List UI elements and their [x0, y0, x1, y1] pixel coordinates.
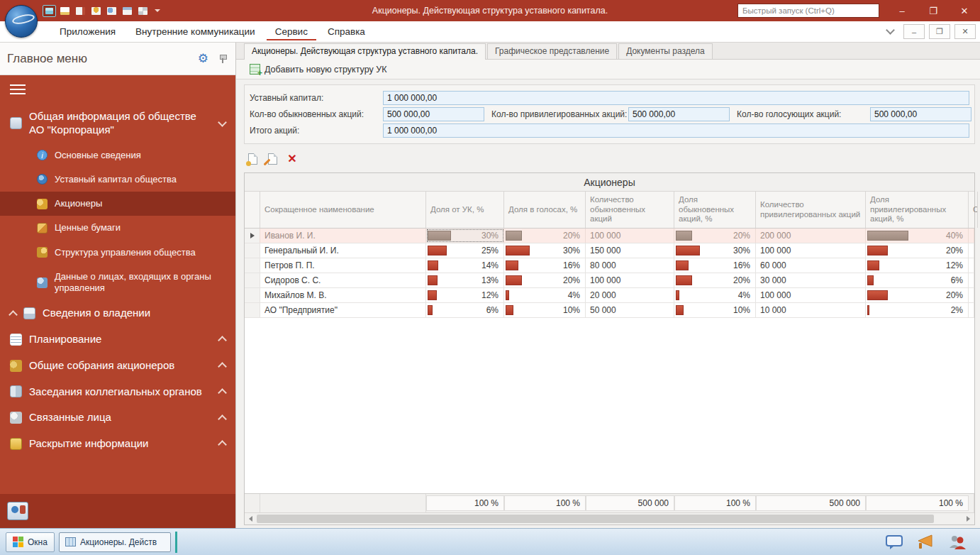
briefcase-icon[interactable]	[121, 5, 134, 17]
capital-input[interactable]	[383, 91, 969, 105]
shareholder-name-cell[interactable]: Сидоров С. С.	[260, 273, 426, 287]
voting-input[interactable]	[870, 107, 971, 121]
grid-cell[interactable]: 100 000	[756, 243, 866, 258]
delete-record-button[interactable]: ✕	[285, 152, 299, 166]
grid-cell[interactable]: 50 000	[586, 303, 674, 317]
shareholder-name-cell[interactable]: Генеральный И. И.	[260, 243, 426, 258]
grid-cell[interactable]: 20%	[866, 288, 969, 302]
column-header[interactable]: Доля от УК, %	[426, 192, 504, 228]
grid-cell[interactable]: 20%	[504, 229, 586, 243]
grid-cell[interactable]: 100 000	[586, 273, 674, 287]
grid-cell[interactable]: 14%	[426, 258, 504, 273]
grid-cell[interactable]: 16%	[504, 258, 586, 273]
menu-item[interactable]: Сервис	[267, 23, 316, 40]
grid-row[interactable]: Генеральный И. И.25%30%150 00030%100 000…	[245, 243, 974, 258]
menu-item[interactable]: Внутренние коммуникации	[127, 23, 264, 40]
grid-row[interactable]: Иванов И. И.30%20%100 00020%200 00040%	[245, 229, 974, 243]
sidebar-item[interactable]: Ценные бумаги	[0, 216, 235, 240]
grid-cell[interactable]: 25%	[426, 243, 504, 258]
grid-row[interactable]: АО "Предприятие"6%10%50 00010%10 0002%	[245, 303, 974, 318]
grid-cell[interactable]: 4%	[504, 288, 586, 302]
grid-cell[interactable]: 4%	[674, 288, 756, 302]
sidebar-item[interactable]: Структура управления общества	[0, 241, 235, 265]
table-icon[interactable]	[43, 5, 56, 17]
grid-cell[interactable]: 2%	[866, 303, 969, 317]
sidebar-item[interactable]: Общие собрания акционеров	[0, 353, 235, 379]
horizontal-scrollbar[interactable]	[245, 512, 974, 524]
sidebar-item[interactable]: Общая информация об обществе АО "Корпора…	[0, 104, 235, 143]
pin-icon[interactable]	[218, 54, 228, 64]
sidebar-item[interactable]: Планирование	[0, 326, 235, 353]
grid-cell[interactable]: 10%	[504, 303, 586, 317]
add-structure-button[interactable]: Добавить новую структуру УК	[244, 62, 392, 77]
column-header[interactable]: Сокращенное наименование	[260, 192, 426, 228]
grid-cell[interactable]: 100 000	[756, 288, 866, 302]
column-header[interactable]: Количество обыкновенных акций	[586, 192, 674, 228]
grid-cell[interactable]: 20%	[504, 273, 586, 287]
ordinary-input[interactable]	[383, 107, 484, 121]
grid-cell[interactable]: 30 000	[756, 273, 866, 287]
grid-cell[interactable]: 80 000	[586, 258, 674, 273]
tab[interactable]: Документы раздела	[618, 43, 713, 59]
column-header[interactable]: Доля в голосах, %	[504, 192, 586, 228]
grid-cell[interactable]: 100 000	[586, 229, 674, 243]
grid-cell[interactable]: 40%	[866, 229, 969, 243]
minimize-button[interactable]: –	[886, 0, 918, 21]
grid-cell[interactable]: 30%	[426, 229, 504, 243]
grid-row[interactable]: Сидоров С. С.13%20%100 00020%30 0006%	[245, 273, 974, 288]
sidebar-hamburger[interactable]	[0, 75, 235, 104]
total-input[interactable]	[383, 123, 969, 138]
grid-cell[interactable]: 20 000	[586, 288, 674, 302]
maximize-button[interactable]: ❐	[918, 0, 949, 21]
menu-item[interactable]: Справка	[319, 23, 374, 40]
grid-cell[interactable]: 12%	[866, 258, 969, 273]
grid-row[interactable]: Петров П. П.14%16%80 00016%60 00012%	[245, 258, 974, 273]
user-icon[interactable]	[105, 5, 118, 17]
grid-cell[interactable]: 6%	[426, 303, 504, 317]
grid-cell[interactable]: 200 000	[756, 229, 866, 243]
announcement-icon[interactable]	[916, 534, 935, 551]
settings-icon[interactable]	[136, 5, 150, 17]
tab[interactable]: Акционеры. Действующая структура уставно…	[244, 43, 486, 60]
mdi-minimize-button[interactable]: –	[903, 24, 925, 39]
shareholder-name-cell[interactable]: Иванов И. И.	[260, 229, 426, 243]
mdi-close-button[interactable]: ✕	[954, 24, 976, 39]
privileged-input[interactable]	[628, 107, 730, 121]
ribbon-collapse-icon[interactable]	[886, 26, 895, 35]
close-button[interactable]: ✕	[949, 0, 980, 21]
grid-cell[interactable]: 150 000	[586, 243, 674, 258]
grid-cell[interactable]: 10 000	[756, 303, 866, 317]
mail-icon[interactable]	[58, 5, 72, 17]
sidebar-item[interactable]: Основные сведения	[0, 143, 235, 167]
column-header[interactable]: Доля привилегированных акций, %	[866, 192, 969, 228]
grid-cell[interactable]: 20%	[674, 273, 756, 287]
scrollbar-thumb[interactable]	[257, 515, 934, 523]
grid-cell[interactable]: 20%	[674, 229, 756, 243]
grid-cell[interactable]: 30%	[504, 243, 586, 258]
grid-cell[interactable]: 30%	[674, 243, 756, 258]
column-header[interactable]: Доля обыкновенных акций, %	[674, 192, 756, 228]
grid-row[interactable]: Михайлов М. В.12%4%20 0004%100 00020%	[245, 288, 974, 303]
user-session-icon[interactable]	[7, 502, 28, 520]
new-record-button[interactable]	[245, 152, 260, 166]
column-header[interactable]: С	[969, 192, 978, 228]
taskbar-splitter[interactable]	[175, 532, 177, 553]
shareholder-name-cell[interactable]: АО "Предприятие"	[260, 303, 426, 317]
mdi-restore-button[interactable]: ❐	[929, 24, 950, 39]
scroll-left-icon[interactable]	[245, 513, 257, 524]
taskbar-document-tab[interactable]: Акционеры. Действ	[59, 532, 171, 552]
menu-item[interactable]: Приложения	[51, 23, 124, 40]
windows-menu-button[interactable]: Окна	[6, 532, 55, 552]
grid-cell[interactable]: 20%	[866, 243, 969, 258]
grid-cell[interactable]: 12%	[426, 288, 504, 302]
grid-cell[interactable]: 16%	[674, 258, 756, 273]
edit-record-button[interactable]	[265, 152, 279, 166]
users-icon[interactable]	[947, 534, 967, 551]
sidebar-item[interactable]: Заседания коллегиальных органов	[0, 379, 235, 405]
sidebar-item[interactable]: Данные о лицах, входящих в органы управл…	[0, 265, 235, 301]
gear-icon[interactable]: ⚙	[198, 51, 208, 66]
sidebar-item[interactable]: Уставный капитал общества	[0, 167, 235, 192]
qat-dropdown-icon[interactable]	[155, 9, 160, 12]
sidebar-item[interactable]: Раскрытие информации	[0, 431, 235, 457]
shareholder-name-cell[interactable]: Петров П. П.	[260, 258, 426, 273]
